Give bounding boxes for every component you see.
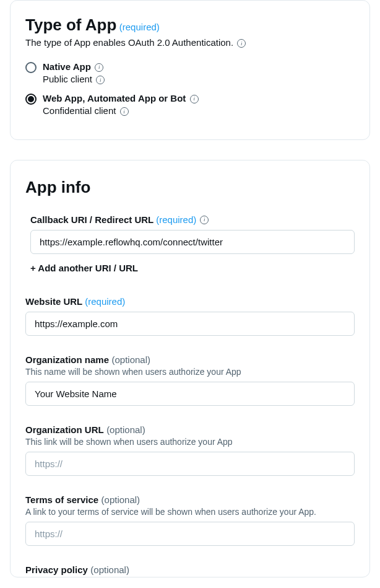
radio-native-sublabel: Public client	[43, 74, 92, 84]
radio-button-web[interactable]	[25, 94, 37, 105]
type-of-app-header: Type of App (required)	[25, 15, 355, 35]
callback-uri-label: Callback URI / Redirect URL	[30, 214, 153, 225]
radio-web-content: Web App, Automated App or Bot i Confiden…	[43, 93, 355, 116]
info-icon[interactable]: i	[190, 95, 199, 103]
optional-badge: (optional)	[101, 494, 140, 505]
info-icon[interactable]: i	[200, 216, 209, 224]
required-badge: (required)	[85, 296, 125, 307]
radio-web-app[interactable]: Web App, Automated App or Bot i Confiden…	[25, 93, 355, 116]
radio-selected-dot	[28, 96, 34, 102]
app-info-card: App info Callback URI / Redirect URL (re…	[10, 160, 370, 577]
type-of-app-title: Type of App	[25, 15, 116, 34]
radio-native-app[interactable]: Native App i Public client i	[25, 61, 355, 84]
org-url-help: This link will be shown when users autho…	[25, 437, 355, 447]
optional-badge: (optional)	[106, 424, 145, 435]
app-info-title: App info	[25, 178, 355, 197]
org-url-label-row: Organization URL (optional)	[25, 424, 355, 436]
website-url-field: Website URL (required)	[25, 296, 355, 336]
radio-web-label-row: Web App, Automated App or Bot i	[43, 93, 355, 104]
org-name-label-row: Organization name (optional)	[25, 354, 355, 366]
radio-native-label: Native App	[43, 61, 91, 72]
org-name-input[interactable]	[25, 382, 355, 406]
radio-web-sublabel: Confidential client	[43, 105, 116, 116]
privacy-field: Privacy policy (optional)	[25, 564, 355, 576]
org-url-field: Organization URL (optional) This link wi…	[25, 424, 355, 476]
optional-badge: (optional)	[90, 564, 129, 575]
radio-button-native[interactable]	[25, 62, 37, 73]
callback-uri-field: Callback URI / Redirect URL (required) i…	[25, 214, 355, 274]
add-another-uri-button[interactable]: + Add another URI / URL	[30, 263, 138, 273]
org-name-label: Organization name	[25, 354, 109, 365]
org-name-field: Organization name (optional) This name w…	[25, 354, 355, 406]
tos-input[interactable]	[25, 522, 355, 546]
info-icon[interactable]: i	[96, 76, 105, 84]
tos-help: A link to your terms of service will be …	[25, 507, 355, 517]
radio-native-content: Native App i Public client i	[43, 61, 355, 84]
tos-label: Terms of service	[25, 494, 98, 505]
org-url-label: Organization URL	[25, 424, 104, 435]
type-of-app-description: The type of App enables OAuth 2.0 Authen…	[25, 37, 355, 48]
radio-web-label: Web App, Automated App or Bot	[43, 93, 186, 103]
org-name-help: This name will be shown when users autho…	[25, 367, 355, 377]
optional-badge: (optional)	[111, 354, 150, 365]
app-type-radio-group: Native App i Public client i Web App, Au…	[25, 61, 355, 116]
org-url-input[interactable]	[25, 452, 355, 476]
radio-web-sublabel-row: Confidential client i	[43, 105, 355, 116]
info-icon[interactable]: i	[120, 107, 129, 116]
tos-field: Terms of service (optional) A link to yo…	[25, 494, 355, 546]
privacy-label-row: Privacy policy (optional)	[25, 564, 355, 576]
privacy-label: Privacy policy	[25, 564, 88, 575]
website-url-input[interactable]	[25, 312, 355, 336]
description-text: The type of App enables OAuth 2.0 Authen…	[25, 37, 233, 48]
info-icon[interactable]: i	[95, 63, 103, 72]
website-url-label-row: Website URL (required)	[25, 296, 355, 307]
required-badge: (required)	[119, 22, 160, 32]
callback-uri-input[interactable]	[30, 230, 355, 254]
radio-native-label-row: Native App i	[43, 61, 355, 72]
website-url-label: Website URL	[25, 296, 82, 307]
required-badge: (required)	[156, 214, 196, 225]
type-of-app-card: Type of App (required) The type of App e…	[10, 0, 370, 140]
radio-native-sublabel-row: Public client i	[43, 74, 355, 84]
info-icon[interactable]: i	[237, 39, 246, 48]
callback-uri-label-row: Callback URI / Redirect URL (required) i	[30, 214, 355, 225]
tos-label-row: Terms of service (optional)	[25, 494, 355, 506]
